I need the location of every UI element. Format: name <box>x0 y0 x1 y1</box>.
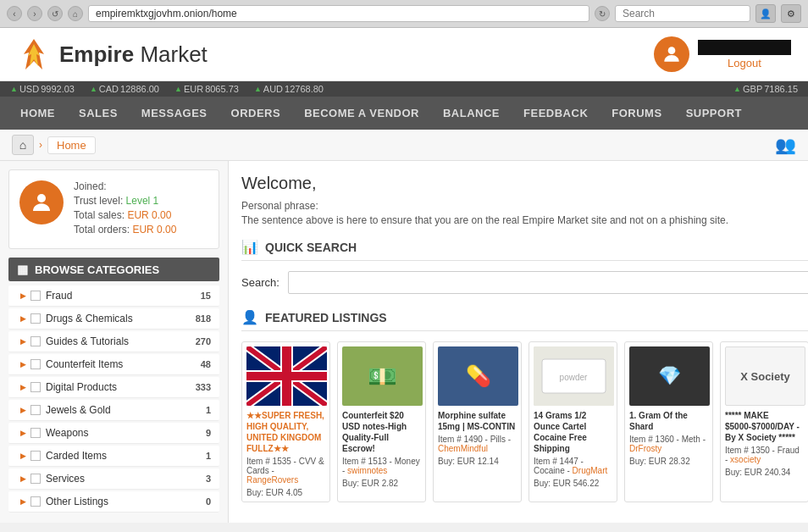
featured-icon: 👤 <box>241 309 258 325</box>
cat-count-digital: 333 <box>196 382 211 392</box>
browser-action-1[interactable]: 👤 <box>755 4 776 23</box>
main-layout: Joined: Trust level: Level 1 Total sales… <box>0 161 808 523</box>
listing-price-1: Buy: EUR 2.82 <box>342 479 421 488</box>
joined-label: Joined: <box>74 180 107 192</box>
cat-checkbox-fraud[interactable] <box>30 291 41 301</box>
quick-search-header: 📊 QUICK SEARCH <box>241 239 808 261</box>
listing-price-0: Buy: EUR 4.05 <box>246 488 325 497</box>
cat-count-services: 3 <box>206 474 211 484</box>
nav-orders[interactable]: ORDERS <box>219 97 293 130</box>
forward-button[interactable]: › <box>27 6 42 21</box>
listing-item-0: Item # 1535 - CVV & Cards - RangeRovers <box>246 457 325 485</box>
listing-title-3: 14 Grams 1/2 Ounce Cartel Cocaine Free S… <box>534 410 612 454</box>
cat-checkbox-carded[interactable] <box>30 451 41 461</box>
cat-count-fraud: 15 <box>201 291 211 301</box>
cat-count-weapons: 9 <box>206 428 211 438</box>
logo-area: Empire Market <box>17 37 208 71</box>
category-counterfeit[interactable]: ▶ Counterfeit Items 48 <box>8 354 219 375</box>
breadcrumb-left: ⌂ › Home <box>12 135 96 155</box>
quick-search-title: QUICK SEARCH <box>265 241 357 254</box>
nav-balance[interactable]: BALANCE <box>431 97 512 130</box>
svg-rect-12 <box>282 346 291 406</box>
user-joined-row: Joined: <box>74 180 176 192</box>
listing-title-1: Counterfeit $20 USD notes-High Quality-F… <box>342 410 421 454</box>
nav-home[interactable]: HOME <box>8 97 67 130</box>
svg-text:powder: powder <box>560 373 588 382</box>
refresh-button[interactable]: ↺ <box>47 6 63 21</box>
nav-sales[interactable]: SALES <box>67 97 130 130</box>
nav-support[interactable]: SUPPORT <box>674 97 754 130</box>
listing-title-2: Morphine sulfate 15mg | MS-CONTIN <box>438 410 517 432</box>
cat-name-fraud: Fraud <box>46 290 201 302</box>
sidebar-user-avatar <box>19 180 64 224</box>
category-jewels[interactable]: ▶ Jewels & Gold 1 <box>8 400 219 421</box>
cat-name-services: Services <box>46 473 206 485</box>
listing-img-3: powder <box>534 346 614 406</box>
cat-count-jewels: 1 <box>206 405 211 415</box>
cat-checkbox-jewels[interactable] <box>30 405 41 415</box>
listing-img-1: 💵 <box>342 346 423 406</box>
category-digital[interactable]: ▶ Digital Products 333 <box>8 377 219 398</box>
cad-arrow: ▲ <box>90 85 97 93</box>
cat-count-carded: 1 <box>206 451 211 461</box>
cat-name-counterfeit: Counterfeit Items <box>46 358 201 370</box>
browser-search-input[interactable] <box>615 5 750 22</box>
listing-card-1[interactable]: 💵 Counterfeit $20 USD notes-High Quality… <box>337 341 426 502</box>
breadcrumb-separator: › <box>39 139 42 151</box>
back-button[interactable]: ‹ <box>7 6 22 21</box>
listing-img-0 <box>246 346 327 406</box>
nav-become-vendor[interactable]: BECOME A VENDOR <box>292 97 431 130</box>
reload-btn[interactable]: ↻ <box>595 6 610 21</box>
home-nav-button[interactable]: ⌂ <box>68 6 83 21</box>
listing-card-3[interactable]: powder 14 Grams 1/2 Ounce Cartel Cocaine… <box>529 341 617 502</box>
cat-checkbox-guides[interactable] <box>30 336 41 346</box>
listing-card-4[interactable]: 💎 1. Gram Of the Shard Item # 1360 - Met… <box>624 341 713 502</box>
cat-name-digital: Digital Products <box>46 381 196 393</box>
listing-card-5[interactable]: X Society ***** MAKE $5000-$7000/DAY - B… <box>720 341 808 502</box>
cat-arrow-drugs: ▶ <box>20 314 26 323</box>
cat-checkbox-other[interactable] <box>30 496 41 507</box>
nav-forums[interactable]: FORUMS <box>600 97 673 130</box>
quick-search-input[interactable] <box>288 271 808 294</box>
featured-listings-header: 👤 FEATURED LISTINGS <box>241 309 808 331</box>
cat-checkbox-counterfeit[interactable] <box>30 359 41 369</box>
cat-count-guides: 270 <box>196 336 211 346</box>
orders-label: Total orders: <box>74 224 130 236</box>
category-drugs[interactable]: ▶ Drugs & Chemicals 818 <box>8 308 219 330</box>
category-carded[interactable]: ▶ Carded Items 1 <box>8 446 219 467</box>
browse-categories-header: ▦ BROWSE CATEGORIES <box>8 258 219 281</box>
user-avatar <box>654 36 689 72</box>
main-content: Welcome, Personal phrase: The sentence a… <box>229 161 808 523</box>
home-icon-box[interactable]: ⌂ <box>12 135 34 155</box>
category-fraud[interactable]: ▶ Fraud 15 <box>8 285 219 307</box>
cat-checkbox-digital[interactable] <box>30 382 41 392</box>
listing-item-2: Item # 1490 - Pills - ChemMindful <box>438 435 517 453</box>
sales-label: Total sales: <box>74 209 125 221</box>
category-services[interactable]: ▶ Services 3 <box>8 468 219 490</box>
browser-action-2[interactable]: ⚙ <box>781 4 801 23</box>
cat-count-counterfeit: 48 <box>201 359 211 369</box>
usd-value: 9992.03 <box>41 84 75 94</box>
cat-name-jewels: Jewels & Gold <box>46 404 206 416</box>
logout-link[interactable]: Logout <box>728 57 761 69</box>
cat-checkbox-services[interactable] <box>30 474 41 484</box>
quick-search-icon: 📊 <box>241 239 258 255</box>
url-bar[interactable] <box>88 5 589 22</box>
category-other[interactable]: ▶ Other Listings 0 <box>8 491 219 513</box>
trust-label: Trust level: <box>74 195 123 207</box>
personal-phrase-label: Personal phrase: <box>241 200 808 212</box>
nav-feedback[interactable]: FEEDBACK <box>512 97 600 130</box>
cat-checkbox-drugs[interactable] <box>30 313 41 324</box>
cat-checkbox-weapons[interactable] <box>30 428 41 438</box>
listing-card-0[interactable]: ★★SUPER FRESH, HIGH QUALITY, UNITED KING… <box>241 341 330 502</box>
listing-card-2[interactable]: 💊 Morphine sulfate 15mg | MS-CONTIN Item… <box>433 341 522 502</box>
gbp-arrow: ▲ <box>733 85 741 93</box>
browser-bar: ‹ › ↺ ⌂ ↻ 👤 ⚙ <box>0 0 808 28</box>
category-weapons[interactable]: ▶ Weapons 9 <box>8 423 219 444</box>
gbp-value: 7186.15 <box>764 84 798 94</box>
logo-flame-icon <box>17 37 51 71</box>
users-icon: 👥 <box>775 135 796 155</box>
category-guides[interactable]: ▶ Guides & Tutorials 270 <box>8 331 219 352</box>
nav-messages[interactable]: MESSAGES <box>130 97 219 130</box>
listing-title-0: ★★SUPER FRESH, HIGH QUALITY, UNITED KING… <box>246 410 325 454</box>
